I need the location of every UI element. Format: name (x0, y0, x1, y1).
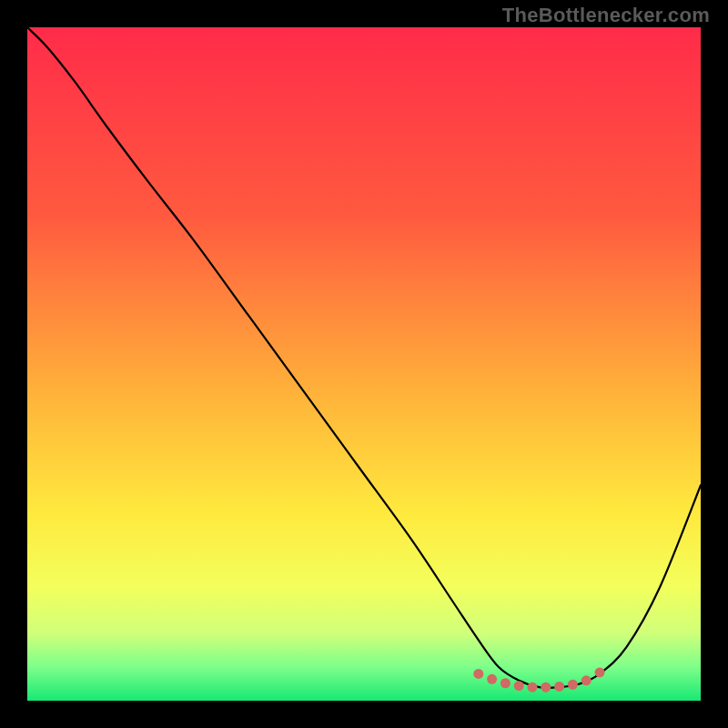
optimal-dot (528, 682, 538, 693)
optimal-dot (581, 675, 592, 685)
chart-container: TheBottlenecker.com (0, 0, 728, 728)
optimal-dot (514, 681, 524, 691)
optimal-dot (473, 669, 483, 679)
optimal-dot (500, 678, 511, 688)
optimal-dot (541, 682, 551, 693)
optimal-dot (554, 682, 564, 692)
chart-svg (27, 27, 701, 701)
optimal-dot (595, 667, 605, 677)
watermark-text: TheBottlenecker.com (502, 4, 710, 27)
optimal-dot (568, 680, 578, 690)
optimal-dot (487, 674, 497, 684)
gradient-background (27, 27, 701, 701)
plot-area (27, 27, 701, 701)
